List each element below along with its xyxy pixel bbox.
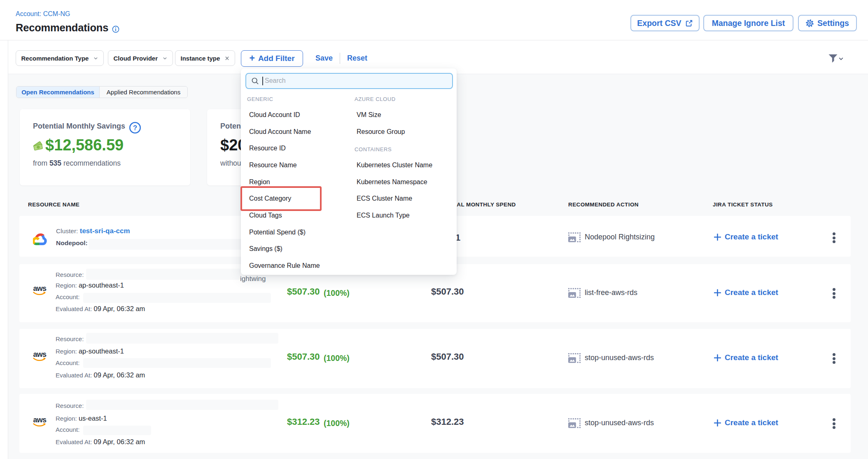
svg-text:?: ?: [133, 124, 137, 131]
svg-text:aws: aws: [33, 351, 47, 358]
svg-text:aws: aws: [33, 416, 47, 424]
svg-text:aws: aws: [33, 285, 47, 293]
